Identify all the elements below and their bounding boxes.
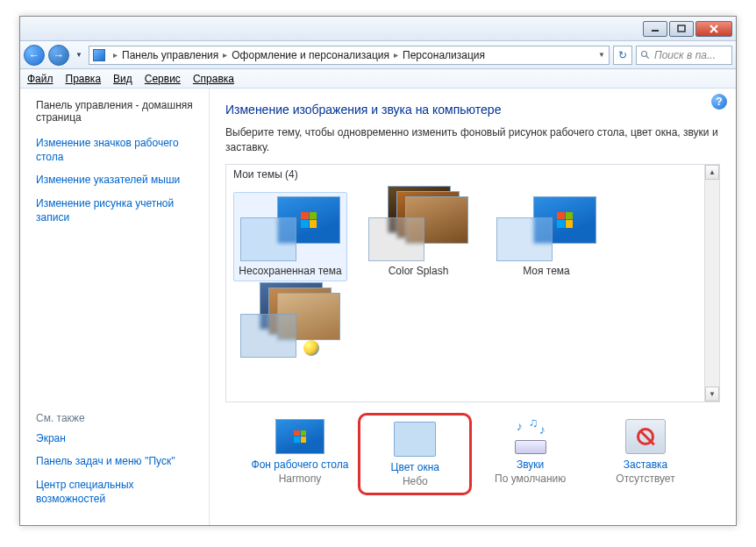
setting-desktop-background[interactable]: Фон рабочего стола Harmony bbox=[243, 418, 357, 495]
theme-item-colorsplash[interactable]: Color Splash bbox=[361, 192, 475, 281]
sidebar-link-screen[interactable]: Экран bbox=[36, 431, 198, 445]
theme-item-mytheme[interactable]: Моя тема bbox=[489, 192, 603, 281]
setting-screensaver[interactable]: Заставка Отсутствует bbox=[588, 418, 703, 495]
navbar: ← → ▼ ▸ Панель управления ▸ Оформление и… bbox=[20, 41, 736, 69]
menu-edit[interactable]: Правка bbox=[66, 73, 102, 85]
search-icon bbox=[640, 50, 651, 60]
theme-thumbnail bbox=[496, 196, 596, 261]
theme-label: Color Splash bbox=[389, 261, 449, 277]
theme-label bbox=[289, 358, 291, 373]
svg-rect-1 bbox=[678, 25, 685, 32]
scroll-down-button[interactable]: ▼ bbox=[705, 387, 719, 401]
theme-item-unsaved[interactable]: Несохраненная тема bbox=[233, 192, 347, 281]
search-placeholder: Поиск в па... bbox=[654, 49, 716, 61]
titlebar[interactable] bbox=[20, 17, 736, 41]
history-dropdown[interactable]: ▼ bbox=[73, 45, 85, 66]
help-icon[interactable]: ? bbox=[711, 94, 727, 110]
themes-header: Мои темы (4) bbox=[226, 165, 719, 185]
breadcrumb-item[interactable]: Панель управления bbox=[120, 49, 220, 61]
theme-label: Несохраненная тема bbox=[239, 261, 341, 277]
main-content: ? Изменение изображения и звука на компь… bbox=[210, 89, 736, 525]
desktop-background-icon bbox=[275, 418, 325, 455]
sidebar-see-also-heading: См. также bbox=[36, 412, 198, 424]
scroll-up-button[interactable]: ▲ bbox=[705, 165, 719, 180]
setting-value: Harmony bbox=[279, 472, 322, 485]
svg-point-4 bbox=[642, 51, 647, 56]
theme-thumbnail bbox=[240, 293, 340, 358]
window: ← → ▼ ▸ Панель управления ▸ Оформление и… bbox=[19, 16, 737, 526]
menu-file[interactable]: Файл bbox=[27, 73, 53, 85]
setting-sounds[interactable]: ♪ ♫ ♪ Звуки По умолчанию bbox=[474, 418, 588, 495]
theme-item-4[interactable] bbox=[233, 288, 347, 378]
themes-scrollbar[interactable]: ▲ ▼ bbox=[704, 165, 719, 401]
setting-label[interactable]: Звуки bbox=[517, 458, 544, 471]
page-title: Изменение изображения и звука на компьют… bbox=[225, 103, 720, 117]
setting-window-color[interactable]: Цвет окна Небо bbox=[358, 413, 472, 495]
sidebar-link-ease-of-access[interactable]: Центр специальных возможностей bbox=[36, 478, 198, 506]
menu-help[interactable]: Справка bbox=[193, 73, 234, 85]
theme-thumbnail bbox=[368, 196, 468, 261]
theme-label: Моя тема bbox=[523, 261, 570, 277]
setting-label[interactable]: Фон рабочего стола bbox=[252, 458, 349, 471]
svg-line-5 bbox=[646, 55, 649, 58]
menubar: Файл Правка Вид Сервис Справка bbox=[20, 69, 736, 89]
setting-value: По умолчанию bbox=[495, 472, 566, 485]
window-color-icon bbox=[390, 421, 439, 458]
sounds-icon: ♪ ♫ ♪ bbox=[506, 418, 555, 455]
personalization-settings-row: Фон рабочего стола Harmony Цвет окна Неб… bbox=[225, 402, 720, 495]
close-button[interactable] bbox=[695, 21, 732, 37]
refresh-button[interactable]: ↻ bbox=[613, 46, 632, 65]
minimize-button[interactable] bbox=[643, 21, 667, 37]
setting-label[interactable]: Заставка bbox=[624, 458, 668, 471]
screensaver-icon bbox=[621, 418, 670, 455]
breadcrumb-item[interactable]: Персонализация bbox=[401, 49, 487, 61]
page-description: Выберите тему, чтобы одновременно измени… bbox=[225, 125, 720, 155]
breadcrumb-item[interactable]: Оформление и персонализация bbox=[230, 49, 391, 61]
sidebar-link-taskbar[interactable]: Панель задач и меню ''Пуск'' bbox=[36, 454, 198, 468]
search-input[interactable]: Поиск в па... bbox=[636, 46, 732, 65]
sidebar-home[interactable]: Панель управления - домашняя страница bbox=[36, 99, 198, 124]
menu-view[interactable]: Вид bbox=[113, 73, 132, 85]
sidebar-link-account-picture[interactable]: Изменение рисунка учетной записи bbox=[36, 196, 198, 224]
maximize-button[interactable] bbox=[669, 21, 694, 37]
back-button[interactable]: ← bbox=[24, 45, 45, 66]
themes-panel: Мои темы (4) Несохраненная тема bbox=[225, 164, 720, 402]
setting-value: Небо bbox=[403, 475, 428, 487]
window-body: Панель управления - домашняя страница Из… bbox=[20, 89, 736, 525]
sidebar-link-desktop-icons[interactable]: Изменение значков рабочего стола bbox=[36, 136, 198, 164]
sidebar-link-mouse-pointers[interactable]: Изменение указателей мыши bbox=[36, 173, 198, 187]
setting-value: Отсутствует bbox=[616, 472, 674, 485]
sidebar: Панель управления - домашняя страница Из… bbox=[20, 89, 210, 525]
menu-tools[interactable]: Сервис bbox=[145, 73, 181, 85]
address-bar[interactable]: ▸ Панель управления ▸ Оформление и персо… bbox=[89, 46, 610, 65]
theme-thumbnail bbox=[240, 196, 340, 261]
setting-label[interactable]: Цвет окна bbox=[391, 461, 439, 473]
control-panel-icon bbox=[93, 49, 105, 61]
forward-button[interactable]: → bbox=[48, 45, 69, 66]
themes-list: Несохраненная тема Color Splash bbox=[226, 185, 719, 385]
